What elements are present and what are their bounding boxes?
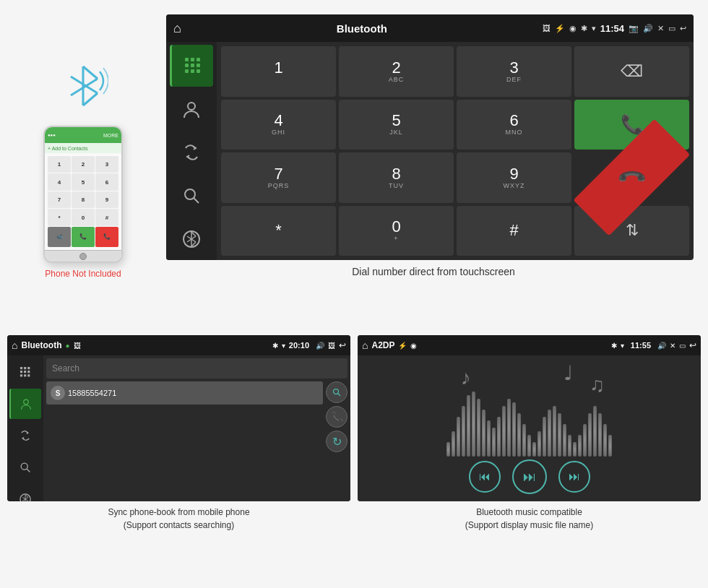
music-panel: ⌂ A2DP ⚡ ◉ ✱ ▾ 11:55 🔊 ✕ ▭ ↩ ♪ ♫ ♩ (358, 335, 701, 561)
svg-rect-10 (197, 64, 200, 67)
music-bar (452, 431, 455, 457)
svg-rect-24 (24, 367, 26, 369)
svg-rect-12 (191, 69, 194, 73)
main-display: ⌂ Bluetooth 🖼 ⚡ ◉ ✱ ▾ 11:54 📷 🔊 ✕ ▭ ↩ (166, 14, 694, 260)
back-icon[interactable]: ↩ (680, 24, 686, 33)
music-bar (497, 417, 501, 457)
sidebar-item-transfer[interactable] (170, 131, 213, 173)
refresh-action-btn[interactable]: ↻ (326, 431, 347, 452)
main-status-bar: ⌂ Bluetooth 🖼 ⚡ ◉ ✱ ▾ 11:54 📷 🔊 ✕ ▭ ↩ (166, 14, 694, 42)
dial-key-5[interactable]: 5 JKL (339, 100, 454, 150)
phone-key: 3 (95, 156, 118, 173)
sidebar-item-contacts[interactable] (170, 88, 213, 130)
phonebook-main: Search S 15885554271 (43, 355, 350, 501)
dial-key-2[interactable]: 2 ABC (339, 46, 454, 97)
music-signal-icon: ▾ (621, 342, 624, 350)
dial-key-6[interactable]: 6 MNO (457, 100, 571, 150)
contact-row[interactable]: S 15885554271 (46, 381, 323, 405)
mini-nav-dialpad[interactable] (9, 357, 41, 387)
music-bar (558, 413, 561, 457)
mini-volume-icon: 🔊 (316, 342, 324, 350)
phone-key: 0 (72, 209, 95, 225)
search-action-btn[interactable] (326, 381, 347, 403)
mini-nav-contacts[interactable] (9, 389, 41, 419)
sidebar-item-bluetooth[interactable] (170, 218, 213, 260)
next-button[interactable]: ⏭ (558, 461, 590, 493)
usb-icon: ⚡ (555, 24, 565, 33)
dial-key-9[interactable]: 9 WXYZ (457, 152, 571, 203)
sidebar-item-dialpad[interactable] (170, 45, 213, 87)
music-bar (462, 406, 465, 457)
phone-key: * (48, 209, 71, 225)
dial-key-0[interactable]: 0 + (339, 206, 454, 256)
music-note-2: ♫ (590, 373, 605, 397)
svg-point-14 (188, 103, 195, 110)
search-placeholder: Search (52, 363, 79, 373)
phonebook-status-bar: ⌂ Bluetooth ● 🖼 ✱ ▾ 20:10 🔊 🖼 ↩ (7, 335, 350, 355)
svg-rect-26 (20, 371, 22, 373)
status-icons: 🖼 ⚡ ◉ ✱ ▾ 11:54 📷 🔊 ✕ ▭ ↩ (543, 23, 686, 34)
music-bar (563, 424, 566, 457)
music-time: 11:55 (631, 341, 651, 350)
mini-nav-transfer[interactable] (9, 420, 41, 451)
svg-point-41 (334, 389, 339, 394)
music-bar (492, 428, 496, 457)
home-icon[interactable]: ⌂ (173, 21, 181, 36)
prev-button[interactable]: ⏮ (469, 461, 501, 493)
music-status-bar: ⌂ A2DP ⚡ ◉ ✱ ▾ 11:55 🔊 ✕ ▭ ↩ (358, 335, 701, 355)
bluetooth-icon: ✱ (581, 24, 587, 33)
music-display: ⌂ A2DP ⚡ ◉ ✱ ▾ 11:55 🔊 ✕ ▭ ↩ ♪ ♫ ♩ (358, 335, 701, 501)
mini-nav-search[interactable] (9, 452, 41, 483)
music-screen-icon[interactable]: ▭ (679, 342, 686, 350)
camera-icon: 📷 (629, 24, 639, 33)
phone-key: 4 (48, 173, 71, 190)
dial-key-8[interactable]: 8 TUV (339, 152, 454, 203)
music-bar (573, 442, 577, 457)
contact-row-wrapper: S 15885554271 📞 ↻ (46, 381, 347, 452)
music-bar (527, 435, 531, 457)
mini-back-icon[interactable]: ↩ (339, 340, 346, 350)
play-pause-button[interactable]: ⏭ (512, 459, 547, 494)
fullscreen-icon[interactable]: ▭ (668, 24, 675, 33)
call-action-btn[interactable]: 📞 (326, 406, 347, 428)
dial-key-4[interactable]: 4 GHI (221, 100, 336, 150)
svg-line-3 (83, 93, 98, 105)
dial-key-7[interactable]: 7 PQRS (221, 152, 336, 203)
close-icon[interactable]: ✕ (657, 24, 664, 33)
mini-image-icon: 🖼 (74, 342, 81, 350)
mini-nav-bluetooth[interactable] (9, 484, 41, 501)
image-icon: 🖼 (543, 24, 551, 33)
search-bar[interactable]: Search (46, 358, 347, 379)
dial-key-hash[interactable]: # (457, 206, 571, 256)
phone-not-included-label: Phone Not Included (45, 269, 121, 279)
svg-point-15 (185, 189, 195, 199)
caption-top: Dial number direct from touchscreen (166, 260, 701, 280)
dial-key-backspace[interactable]: ⌫ (574, 46, 689, 97)
music-main: ♪ ♫ ♩ ⏮ ⏭ ⏭ (358, 355, 701, 501)
dial-key-1[interactable]: 1 _ (221, 46, 336, 97)
music-bar (548, 410, 551, 457)
music-note-1: ♪ (461, 366, 471, 389)
music-wifi-icon: ◉ (410, 342, 417, 350)
music-home-icon[interactable]: ⌂ (362, 340, 368, 351)
top-section: ●●● MORE + Add to Contacts 1 2 3 4 5 6 7… (0, 0, 708, 332)
music-bar (593, 406, 597, 457)
music-back-icon[interactable]: ↩ (689, 340, 696, 350)
dial-key-3[interactable]: 3 DEF (457, 46, 571, 97)
mini-home-icon[interactable]: ⌂ (12, 340, 17, 351)
phone-call-key: 📞 (72, 227, 95, 247)
dial-key-star[interactable]: * (221, 206, 336, 256)
sidebar-item-search[interactable] (170, 175, 213, 217)
music-volume-icon: 🔊 (657, 342, 666, 350)
music-bar (482, 410, 485, 457)
svg-rect-7 (197, 58, 200, 61)
phonebook-time: 20:10 (289, 341, 309, 350)
music-bar (532, 442, 536, 457)
music-close-icon[interactable]: ✕ (670, 342, 675, 350)
phone-key: 1 (48, 156, 71, 173)
music-title: A2DP (371, 340, 394, 350)
svg-line-34 (27, 469, 30, 472)
svg-line-16 (194, 198, 199, 203)
phone-home-button (79, 253, 87, 260)
music-bar (543, 417, 546, 457)
